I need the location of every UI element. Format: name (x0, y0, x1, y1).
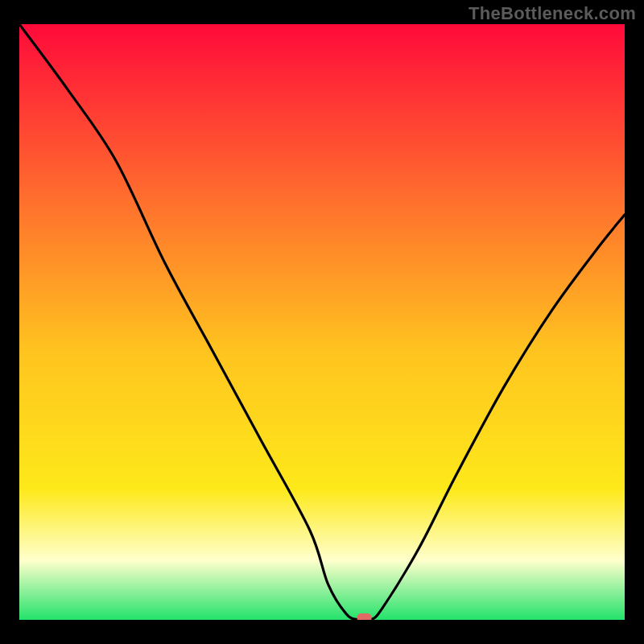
plot-area (19, 24, 625, 620)
chart-svg (19, 24, 625, 620)
chart-frame: TheBottleneck.com (0, 0, 644, 644)
optimal-point-marker (357, 613, 372, 620)
watermark-text: TheBottleneck.com (469, 3, 636, 24)
gradient-background (19, 24, 625, 620)
